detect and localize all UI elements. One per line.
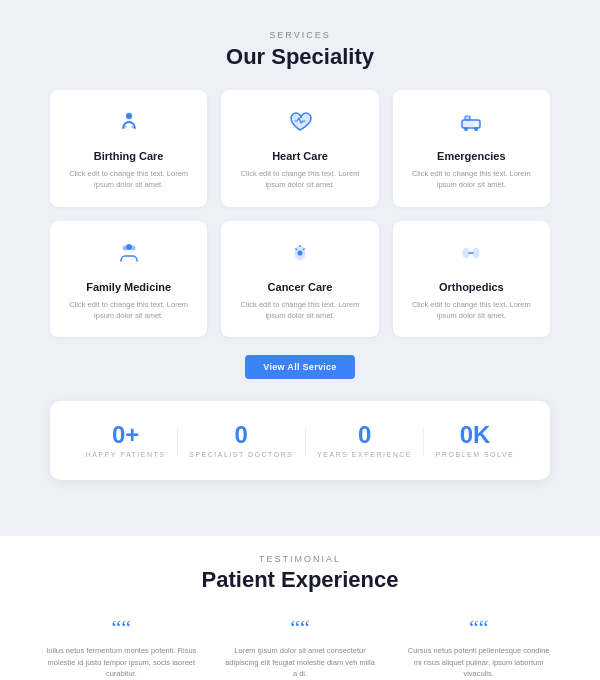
svg-point-18 xyxy=(473,248,479,258)
stat-number-0: 0+ xyxy=(86,423,166,447)
birthing-care-icon xyxy=(64,108,193,142)
service-card-cancer: Cancer Care Click edit to change this te… xyxy=(221,221,378,338)
cancer-care-icon xyxy=(235,239,364,273)
family-medicine-icon xyxy=(64,239,193,273)
view-all-wrap: View All Service xyxy=(50,355,550,379)
stat-label-1: SPECIALIST DOCTORS xyxy=(189,451,293,458)
svg-point-17 xyxy=(463,248,469,258)
svg-point-2 xyxy=(123,126,126,129)
quote-mark-1: ““ xyxy=(225,617,376,639)
stat-problem-solve: 0K PROBLEM SOLVE xyxy=(436,423,515,458)
birthing-care-text: Click edit to change this text. Lorem ip… xyxy=(64,168,193,191)
testimonials-title: Patient Experience xyxy=(40,567,560,593)
service-card-orthopedics: Orthopedics Click edit to change this te… xyxy=(393,221,550,338)
services-title: Our Speciality xyxy=(50,44,550,70)
svg-point-3 xyxy=(131,126,134,129)
emergencies-title: Emergencies xyxy=(407,150,536,162)
stat-number-2: 0 xyxy=(317,423,412,447)
services-section: SERVICES Our Speciality Birthing Care Cl… xyxy=(0,0,600,419)
svg-point-12 xyxy=(126,244,132,250)
stats-section: 0+ HAPPY PATIENTS 0 SPECIALIST DOCTORS 0… xyxy=(50,401,550,480)
stat-divider-1 xyxy=(177,426,178,456)
heart-care-title: Heart Care xyxy=(235,150,364,162)
cancer-care-title: Cancer Care xyxy=(235,281,364,293)
testimonial-card-1: ““ Lorem ipsum dolor sit amet consectetu… xyxy=(219,609,382,680)
testimonials-label: TESTIMONIAL xyxy=(40,554,560,564)
testimonial-text-0: Iullus netus fermentum montes potenti. R… xyxy=(46,645,197,680)
svg-point-9 xyxy=(474,127,478,131)
family-medicine-title: Family Medicine xyxy=(64,281,193,293)
testimonial-text-2: Cursus netus potenti pellentesque condin… xyxy=(403,645,554,680)
svg-point-1 xyxy=(126,113,132,119)
testimonial-card-2: ““ Cursus netus potenti pellentesque con… xyxy=(397,609,560,680)
stat-number-3: 0K xyxy=(436,423,515,447)
orthopedics-text: Click edit to change this text. Lorem ip… xyxy=(407,299,536,322)
view-all-button[interactable]: View All Service xyxy=(245,355,354,379)
stat-divider-3 xyxy=(423,426,424,456)
services-label: SERVICES xyxy=(50,30,550,40)
heart-care-text: Click edit to change this text. Lorem ip… xyxy=(235,168,364,191)
service-card-family: Family Medicine Click edit to change thi… xyxy=(50,221,207,338)
stat-label-3: PROBLEM SOLVE xyxy=(436,451,515,458)
stat-specialist-doctors: 0 SPECIALIST DOCTORS xyxy=(189,423,293,458)
stat-number-1: 0 xyxy=(189,423,293,447)
svg-point-8 xyxy=(464,127,468,131)
orthopedics-title: Orthopedics xyxy=(407,281,536,293)
stat-label-0: HAPPY PATIENTS xyxy=(86,451,166,458)
stat-happy-patients: 0+ HAPPY PATIENTS xyxy=(86,423,166,458)
testimonial-card-0: ““ Iullus netus fermentum montes potenti… xyxy=(40,609,203,680)
stat-label-2: YEARS EXPERIENCE xyxy=(317,451,412,458)
family-medicine-text: Click edit to change this text. Lorem ip… xyxy=(64,299,193,322)
cancer-care-text: Click edit to change this text. Lorem ip… xyxy=(235,299,364,322)
heart-care-icon xyxy=(235,108,364,142)
service-card-birthing: Birthing Care Click edit to change this … xyxy=(50,90,207,207)
emergencies-text: Click edit to change this text. Lorem ip… xyxy=(407,168,536,191)
service-card-emergencies: Emergencies Click edit to change this te… xyxy=(393,90,550,207)
stat-divider-2 xyxy=(305,426,306,456)
quote-mark-2: ““ xyxy=(403,617,554,639)
birthing-care-title: Birthing Care xyxy=(64,150,193,162)
testimonials-section: TESTIMONIAL Patient Experience ““ Iullus… xyxy=(0,536,600,680)
quote-mark-0: ““ xyxy=(46,617,197,639)
testimonials-grid: ““ Iullus netus fermentum montes potenti… xyxy=(40,609,560,680)
testimonial-text-1: Lorem ipsum dolor sit amet consectetur a… xyxy=(225,645,376,680)
services-grid: Birthing Care Click edit to change this … xyxy=(50,90,550,337)
service-card-heart: Heart Care Click edit to change this tex… xyxy=(221,90,378,207)
stat-years-experience: 0 YEARS EXPERIENCE xyxy=(317,423,412,458)
orthopedics-icon xyxy=(407,239,536,273)
svg-point-13 xyxy=(297,250,302,255)
emergencies-icon xyxy=(407,108,536,142)
